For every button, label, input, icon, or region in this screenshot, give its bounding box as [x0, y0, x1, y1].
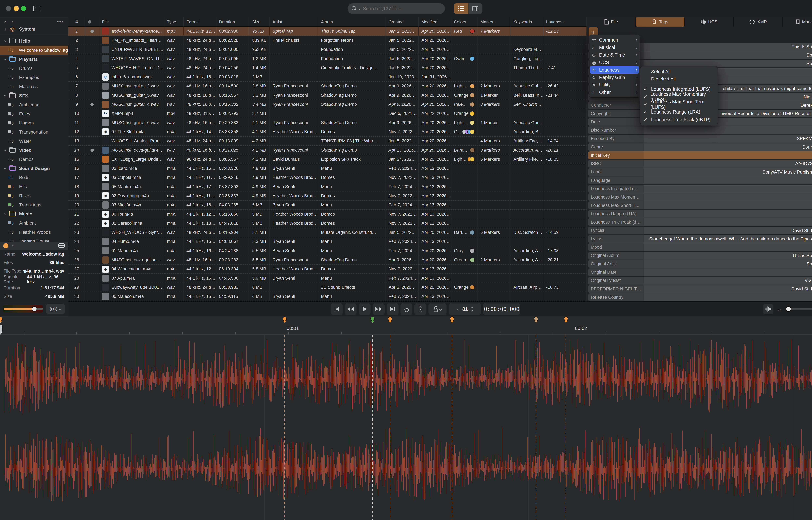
- metadata-field-row[interactable]: Original Date1884: [588, 268, 812, 276]
- metadata-field-row[interactable]: MoodDruids: [588, 243, 812, 251]
- sidebar-item-hits[interactable]: ♪Hits: [0, 182, 68, 191]
- minimize-button[interactable]: [13, 6, 19, 11]
- menu-item-date-time[interactable]: ⊙Date & Time›: [590, 51, 639, 59]
- chevron-expanded-icon[interactable]: ›: [3, 165, 8, 172]
- metadata-field-row[interactable]: Loudness Max Momen…-18.38: [588, 193, 812, 201]
- chevron-expanded-icon[interactable]: ›: [3, 211, 8, 217]
- table-row[interactable]: 3UNDERWATER_BUBBLES…wav48 kHz, 24 b…00:0…: [68, 45, 587, 54]
- table-row[interactable]: 7MUSCInst_guitar_2.wavwav48 kHz, 16 b…00…: [68, 82, 587, 91]
- sidebar-item-music[interactable]: ›Music: [0, 209, 68, 218]
- menu-item-musical[interactable]: ♪Musical›: [590, 44, 639, 51]
- column-header-Size[interactable]: Size: [249, 17, 270, 27]
- table-row[interactable]: 8MUSCInst_guitar_5.wavwav48 kHz, 16 b…00…: [68, 91, 587, 100]
- metadata-field-row[interactable]: LyricistDavid St. Hubbins: [588, 227, 812, 234]
- table-row[interactable]: 2PM_FN_Impacts_Heartbe…wav48 kHz, 24 b…0…: [68, 36, 587, 45]
- sidebar-item-transitions[interactable]: ♪Transitions: [0, 200, 68, 209]
- table-row[interactable]: 4WATER_WAVES_ON_ROC…wav48 kHz, 24 b…00:0…: [68, 54, 587, 63]
- column-header-status[interactable]: [85, 17, 99, 27]
- column-header-Keywords[interactable]: Keywords: [510, 17, 543, 27]
- marker-pin[interactable]: [534, 316, 538, 324]
- table-row[interactable]: 2501 Manu.m4am4a44.1 kHz, 16…04:24.2885.…: [68, 246, 587, 256]
- zoom-knob[interactable]: [786, 306, 791, 312]
- field-value[interactable]: David St. Hubbins: [644, 285, 812, 293]
- metronome-button[interactable]: [428, 303, 447, 315]
- table-row[interactable]: 1and-oh-how-they-dance…mp344.1 kHz, 12…0…: [68, 27, 587, 36]
- column-header-Markers[interactable]: Markers: [477, 17, 510, 27]
- field-value[interactable]: 1884: [644, 268, 812, 276]
- column-header-Duration[interactable]: Duration: [216, 17, 249, 27]
- search-input[interactable]: [363, 6, 441, 11]
- menu-item-other[interactable]: ◌Other›: [590, 88, 639, 96]
- zoom-button[interactable]: [21, 6, 26, 11]
- transport-play-button[interactable]: [359, 303, 371, 315]
- sidebar-item-welcome-to-shadowtag[interactable]: ♪Welcome to ShadowTag: [0, 46, 68, 55]
- sidebar-item-sfx[interactable]: ›SFX: [0, 91, 68, 100]
- column-header-Created[interactable]: Created: [386, 17, 419, 27]
- sidebar-more-icon[interactable]: •••: [57, 19, 64, 25]
- chevron-expanded-icon[interactable]: ›: [3, 38, 8, 44]
- field-value[interactable]: Spinal Tap: [644, 51, 812, 59]
- metadata-field-row[interactable]: ISRCAA6Q72000047: [588, 160, 812, 167]
- column-header-Modified[interactable]: Modified: [419, 17, 451, 27]
- table-row[interactable]: 1602 Icaro.m4am4a44.1 kHz, 16…03:48.3264…: [68, 164, 587, 173]
- table-row[interactable]: 11MUSCInst_guitar_6.wavwav48 kHz, 16 b…0…: [68, 118, 587, 127]
- sidebar-item-demos[interactable]: ♪Demos: [0, 155, 68, 164]
- tab-file[interactable]: File: [587, 17, 636, 27]
- metadata-field-row[interactable]: Release CountryUK: [588, 293, 812, 301]
- table-row[interactable]: 23WHSH_WHOOSH-Synth…wav48 kHz, 24 b…00:1…: [68, 228, 587, 237]
- metadata-field-row[interactable]: Languageeng: [588, 177, 812, 184]
- sidebar-item-video[interactable]: ›Video: [0, 146, 68, 155]
- menu-item-ucs[interactable]: ◎UCS›: [590, 59, 639, 66]
- field-value[interactable]: 0.0: [644, 210, 812, 218]
- selection-info-header[interactable]: ›: [0, 242, 68, 250]
- transport-rewind-button[interactable]: [345, 303, 357, 315]
- metadata-field-row[interactable]: Initial KeyD Minor: [588, 152, 812, 159]
- field-value[interactable]: -8.75: [644, 218, 812, 226]
- output-device-button[interactable]: ((•)): [46, 304, 65, 314]
- volume-slider[interactable]: [3, 305, 43, 313]
- sidebar-item-drums[interactable]: ♪Drums: [0, 64, 68, 73]
- metadata-field-row[interactable]: LabelSony/ATV Music Publishing LLC: [588, 168, 812, 176]
- submenu-item-loudness-max-short-term-lufs-[interactable]: ✓Loudness Max Short-Term (LUFS): [642, 101, 716, 108]
- sidebar-item-transportation[interactable]: ♪Transportation: [0, 128, 68, 137]
- metadata-field-row[interactable]: Original AlbumThis is Spinal Tap: [588, 252, 812, 260]
- transport-insert-button[interactable]: [415, 303, 426, 315]
- sidebar-item-examples[interactable]: ♪Examples: [0, 73, 68, 82]
- metadata-field-row[interactable]: Loudness Max Short-T…-22.77: [588, 202, 812, 209]
- table-row[interactable]: 3006 Malecón.m4am4a44.1 kHz, 15…04:59.11…: [68, 292, 587, 301]
- waveform-area[interactable]: 00:0100:02: [0, 316, 812, 520]
- sidebar-item-human[interactable]: ♪Human: [0, 119, 68, 128]
- list-view-button[interactable]: [454, 3, 468, 14]
- table-row[interactable]: 14MUSCInst_ocva-guitar-th…wav48 kHz, 16 …: [68, 146, 587, 155]
- metadata-field-row[interactable]: Loudness Range (LRA)0.0: [588, 210, 812, 218]
- field-value[interactable]: Viv Savage: [644, 277, 812, 285]
- table-row[interactable]: 21◆06 Tor.m4am4a44.1 kHz, 12…05:16.6505 …: [68, 210, 587, 219]
- table-row[interactable]: 2404 Humo.m4am4a44.1 kHz, 16…04:08.0675.…: [68, 237, 587, 246]
- table-row[interactable]: 22◆05 Caracol.m4am4a44.1 kHz, 13…04:47.0…: [68, 219, 587, 228]
- sidebar-item-ambience[interactable]: ♪Ambience: [0, 100, 68, 109]
- table-row[interactable]: 1805 Mantra.m4am4a44.1 kHz, 17…03:37.893…: [68, 182, 587, 191]
- chevron-expanded-icon[interactable]: ›: [3, 147, 8, 153]
- metadata-field-row[interactable]: Original ArtistSpinal Tap: [588, 260, 812, 268]
- table-row[interactable]: 13WHOOSH_Analog_Proce…wav48 kHz, 24 b…00…: [68, 137, 587, 146]
- table-row[interactable]: 2807 Apu.m4am4a44.1 kHz, 16…04:46.5865.9…: [68, 274, 587, 283]
- field-value[interactable]: Soundtracks: [644, 143, 812, 151]
- table-row[interactable]: 29SubwayAwayTube 3D010…wav48 kHz, 24 b…0…: [68, 283, 587, 292]
- close-button[interactable]: [6, 6, 11, 11]
- sidebar-item-rises[interactable]: ♪Rises: [0, 191, 68, 200]
- sidebar-item-ambient[interactable]: ♪Ambient: [0, 218, 68, 228]
- timeline-strip[interactable]: 00:0100:02: [0, 316, 812, 335]
- column-header-File[interactable]: File: [99, 17, 164, 27]
- submenu-item-select-all[interactable]: Select All: [642, 68, 716, 75]
- column-header-Colors[interactable]: Colors: [451, 17, 477, 27]
- metadata-field-row[interactable]: Loudness True Peak (d…-8.75: [588, 218, 812, 226]
- metadata-field-row[interactable]: Encoded BySPFKMetadata: [588, 135, 812, 142]
- sidebar-toggle-icon[interactable]: [33, 6, 40, 11]
- sidebar-item-hello[interactable]: ›Hello: [0, 36, 68, 46]
- table-row[interactable]: 15EXPLDsgn_Large Underw…wav96 kHz, 24 b……: [68, 155, 587, 164]
- marker-pin[interactable]: [564, 316, 568, 324]
- table-row[interactable]: 26MUSCInst_ocva-guitar-m…wav48 kHz, 16 b…: [68, 256, 587, 264]
- table-row[interactable]: 19◆02 Daylighting.m4am4a44.1 kHz, 11…05:…: [68, 191, 587, 201]
- chevron-expanded-icon[interactable]: ›: [3, 93, 8, 99]
- field-value[interactable]: Druids: [644, 243, 812, 251]
